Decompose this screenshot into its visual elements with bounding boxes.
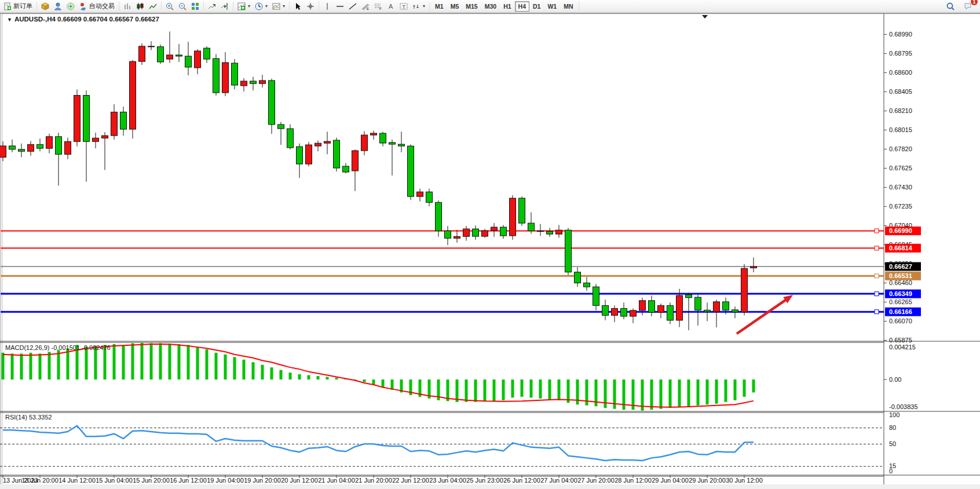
mt4-window: 新订单自动交易▾▾▾EFAT▾M1M5M15M30H1H4D1W1MN1 ▼AU…	[0, 0, 980, 489]
macd-histogram-bar	[178, 344, 181, 379]
crosshair-button[interactable]	[304, 1, 317, 12]
candle-body	[46, 137, 53, 148]
timeframe-M5-button[interactable]: M5	[447, 1, 463, 12]
timeframe-MN-button[interactable]: MN	[560, 1, 576, 12]
macd-histogram-bar	[85, 346, 88, 379]
data-window-button[interactable]	[52, 1, 64, 12]
tile-windows-button[interactable]	[189, 1, 202, 12]
macd-axis-zero: 0.00	[889, 376, 901, 383]
dropdown-caret-icon[interactable]: ▾	[248, 3, 250, 9]
resistance-line-1-handle[interactable]	[875, 229, 879, 233]
timeframe-H1-button[interactable]: H1	[500, 1, 514, 12]
bar-chart-button[interactable]	[121, 1, 134, 12]
chart-shift-button[interactable]	[218, 1, 231, 12]
text-label-button[interactable]: T	[397, 1, 410, 12]
periods-button[interactable]: ▾	[253, 1, 270, 12]
candle-body	[454, 236, 460, 238]
zoom-out-button[interactable]	[176, 1, 189, 12]
candle-body	[37, 144, 43, 148]
candle-body	[213, 59, 220, 93]
support-line-2-handle[interactable]	[875, 310, 879, 314]
macd-histogram-bar	[558, 379, 561, 400]
price-tag-label: 0.66531	[889, 272, 912, 279]
main-toolbar: 新订单自动交易▾▾▾EFAT▾M1M5M15M30H1H4D1W1MN1	[0, 0, 980, 13]
macd-histogram-bar	[298, 374, 301, 379]
crosshair-icon	[306, 2, 315, 10]
candle-body	[334, 140, 340, 168]
toolbar-separator	[319, 2, 319, 11]
candle-body	[426, 192, 433, 202]
candle-body	[602, 305, 609, 315]
text-button[interactable]: A	[385, 1, 397, 12]
time-tick-label: 19 Jun 04:00	[207, 477, 244, 484]
arrows-button[interactable]: ▾	[410, 1, 427, 12]
signal-icon	[67, 2, 75, 10]
zoom-in-button[interactable]	[163, 1, 176, 12]
horizontal-line-button[interactable]	[334, 1, 346, 12]
macd-histogram-bar	[382, 379, 385, 387]
market-watch-button[interactable]	[39, 1, 52, 12]
candle-body	[241, 81, 247, 86]
person-icon	[54, 2, 62, 10]
vertical-line-button[interactable]	[321, 1, 334, 12]
candle-body	[222, 63, 229, 93]
candle-body	[584, 283, 590, 287]
timeframe-M15-button[interactable]: M15	[462, 1, 481, 12]
support-line-1-handle[interactable]	[875, 292, 879, 296]
candlestick-chart-button[interactable]	[134, 1, 147, 12]
price-tick-label: 0.66070	[889, 318, 912, 324]
candle-body	[324, 141, 331, 143]
chat-badge: 1	[971, 0, 978, 5]
price-tick-label: 0.67235	[889, 203, 912, 210]
svg-text:F: F	[379, 7, 382, 10]
candle-body	[102, 136, 108, 138]
macd-histogram-bar	[243, 360, 246, 379]
macd-histogram-bar	[484, 379, 487, 401]
macd-histogram-bar	[261, 365, 264, 379]
rsi-axis-label: 80	[889, 424, 896, 431]
candle-body	[686, 295, 692, 298]
chart-area[interactable]: 0.689900.687950.686000.684050.682100.680…	[0, 13, 980, 489]
navigator-button[interactable]	[64, 1, 77, 12]
candle-body	[65, 141, 71, 154]
timeframe-M1-button[interactable]: M1	[432, 1, 447, 12]
autotrading-button[interactable]: 自动交易	[77, 1, 117, 12]
search-button[interactable]	[944, 1, 957, 12]
timeframe-W1-button[interactable]: W1	[544, 1, 560, 12]
time-tick-label: 28 Jun 12:00	[615, 477, 652, 484]
dropdown-caret-icon[interactable]: ▾	[283, 3, 285, 9]
orange-level-line-handle[interactable]	[875, 274, 879, 278]
time-tick-label: 20 Jun 12:00	[281, 477, 318, 484]
macd-histogram-bar	[456, 379, 459, 402]
equidistant-channel-button[interactable]: E	[359, 1, 372, 12]
line-chart-button[interactable]	[147, 1, 159, 12]
bars-icon	[123, 2, 131, 10]
macd-histogram-bar	[530, 379, 533, 397]
rsi-axis-label: 0	[889, 468, 893, 475]
fibonacci-button[interactable]: F	[372, 1, 385, 12]
rsi-axis-label: 50	[889, 440, 896, 447]
time-tick-label: 29 Jun 20:00	[689, 477, 726, 484]
macd-histogram-bar	[169, 344, 171, 379]
cursor-button[interactable]	[291, 1, 304, 12]
macd-histogram-bar	[113, 344, 116, 379]
candle-body	[417, 192, 423, 196]
candle-body	[176, 55, 182, 56]
trendline-button[interactable]	[346, 1, 359, 12]
timeframe-H4-button[interactable]: H4	[515, 1, 529, 12]
timeframe-D1-button[interactable]: D1	[529, 1, 544, 12]
candle-body	[74, 96, 81, 142]
new-order-button[interactable]: 新订单	[1, 1, 35, 12]
auto-scroll-button[interactable]	[206, 1, 218, 12]
timeframe-M30-button[interactable]: M30	[481, 1, 500, 12]
chat-button[interactable]: 1	[961, 1, 974, 12]
candle-body	[463, 229, 470, 236]
candle-body	[158, 47, 164, 62]
resistance-line-2-handle[interactable]	[875, 246, 879, 250]
indicators-button[interactable]: ▾	[235, 1, 253, 12]
macd-histogram-bar	[502, 379, 505, 400]
templates-button[interactable]: ▾	[270, 1, 287, 12]
dropdown-caret-icon[interactable]: ▾	[265, 3, 268, 9]
candle-body	[83, 96, 90, 142]
dropdown-caret-icon[interactable]: ▾	[423, 3, 425, 9]
